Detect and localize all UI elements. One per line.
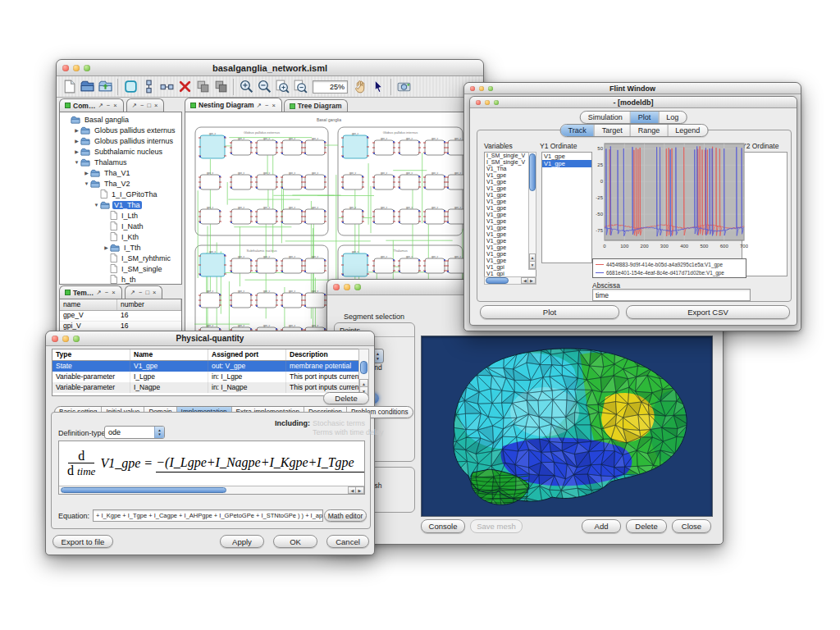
copy-layer-icon[interactable]: [194, 78, 212, 96]
flint-subtab-track[interactable]: Track: [561, 125, 595, 136]
disclosure-down-icon[interactable]: ▼: [93, 203, 100, 208]
disclosure-right-icon[interactable]: ▶: [83, 170, 90, 176]
components-mini-tab[interactable]: ↗ − □ ×: [126, 98, 165, 112]
ok-button[interactable]: OK: [273, 535, 317, 548]
tree-item-h-th[interactable]: h_th: [60, 274, 181, 285]
variables-vscrollbar[interactable]: ▲ ▼: [528, 152, 536, 270]
zoom-button[interactable]: [488, 86, 493, 91]
pq-table-row[interactable]: StateV1_gpeout: V_gpemembrane potential: [52, 361, 359, 372]
y2-ordinate-list[interactable]: [742, 152, 788, 276]
plot-canvas[interactable]: 010020030040050060070050250-25-50-75: [592, 140, 748, 257]
cursor-icon[interactable]: [369, 78, 387, 96]
tree-item-tha-v2[interactable]: ▼Tha_V2: [60, 178, 181, 189]
zoom-level-field[interactable]: 25%: [313, 80, 348, 94]
templates-tab[interactable]: Tem… ↗ − ×: [59, 285, 122, 299]
flint-tab-log[interactable]: Log: [659, 112, 686, 123]
variables-hscrollbar[interactable]: ◀ ▶: [484, 276, 536, 285]
tree-item-globus-pallidus-internus[interactable]: ▶Globus pallidus internus: [60, 135, 181, 146]
minimize-button[interactable]: [485, 100, 490, 105]
tree-item-i-sm-ryhthmic[interactable]: I_SM_ryhthmic: [60, 253, 181, 263]
math-editor-button[interactable]: Math editor: [324, 509, 367, 522]
zoom-button[interactable]: [73, 336, 80, 342]
tree-item-v1-tha[interactable]: ▼V1_Tha: [60, 199, 181, 210]
disclosure-right-icon[interactable]: ▶: [103, 244, 110, 250]
pq-titlebar[interactable]: Physical-quantity: [46, 331, 374, 346]
flint-tab-simulation[interactable]: Simulation: [581, 112, 631, 123]
panel-window-controls-mini[interactable]: ↗ − □ ×: [132, 102, 159, 109]
paste-layer-icon[interactable]: [212, 78, 230, 96]
definition-type-dropdown[interactable]: ode ▲▼: [104, 426, 165, 439]
close-button[interactable]: [470, 86, 475, 91]
zoom-out-icon[interactable]: [255, 78, 273, 96]
disclosure-right-icon[interactable]: ▶: [73, 138, 80, 144]
tree-item-thalamus[interactable]: ▼Thalamus: [60, 157, 181, 167]
module-icon[interactable]: [121, 78, 139, 96]
editor-tab-tree-diagram[interactable]: Tree Diagram: [284, 99, 348, 112]
pq-delete-button[interactable]: Delete: [323, 392, 369, 404]
diagram-module[interactable]: gpe_v: [199, 250, 226, 277]
disclosure-right-icon[interactable]: ▶: [73, 148, 80, 154]
plot-button[interactable]: Plot: [480, 305, 619, 319]
column-header[interactable]: number: [117, 299, 181, 310]
modeldb-titlebar[interactable]: - [modeldb]: [470, 97, 797, 108]
import-model-icon[interactable]: [96, 78, 114, 96]
tree-item-i-sm-single[interactable]: I_SM_single: [60, 263, 181, 274]
column-header[interactable]: Description: [286, 349, 359, 360]
main-titlebar[interactable]: basalganglia_network.isml: [57, 60, 483, 76]
zoom-in-icon[interactable]: [237, 78, 255, 96]
export-to-file-button[interactable]: Export to file: [52, 535, 113, 548]
equation-hscrollbar[interactable]: ◀ ▶: [59, 486, 364, 494]
tree-item-subthalamic-nucleus[interactable]: ▶Subthalamic nucleus: [60, 146, 181, 157]
table-row[interactable]: gpe_V16: [60, 311, 181, 322]
panel-window-controls[interactable]: ↗ − ×: [257, 102, 276, 109]
tree-item-1-i-gpitotha[interactable]: 1_I_GPitoTha: [60, 189, 181, 199]
equation-field[interactable]: + I_Kgpe + I_Tgpe + I_Cagpe + I_AHPgpe +…: [93, 509, 323, 522]
export-csv-button[interactable]: Export CSV: [626, 305, 790, 319]
minimize-button[interactable]: [62, 336, 69, 342]
tree-item-tha-v1[interactable]: ▶Tha_V1: [60, 167, 181, 178]
flint-tab-plot[interactable]: Plot: [631, 112, 660, 123]
column-header[interactable]: Name: [130, 349, 208, 360]
column-header[interactable]: Assigned port: [208, 349, 286, 360]
close-button[interactable]: Close: [672, 519, 711, 533]
tree-item-i-kth[interactable]: I_Kth: [60, 231, 181, 242]
tree-item-basal-ganglia[interactable]: Basal ganglia: [60, 114, 181, 125]
cancel-button[interactable]: Cancel: [326, 535, 369, 548]
panel-window-controls[interactable]: ↗ − ×: [96, 289, 116, 296]
templates-mini-tab[interactable]: ↗ − □ ×: [125, 285, 163, 299]
disclosure-down-icon[interactable]: ▼: [73, 160, 80, 165]
panel-window-controls-mini[interactable]: ↗ − □ ×: [130, 289, 158, 296]
console-button[interactable]: Console: [421, 519, 465, 533]
pq-table-row[interactable]: Variable-parameterI_Lgpein: I_LgpeThis p…: [52, 372, 359, 382]
minimize-button[interactable]: [344, 284, 350, 290]
brain-mesh[interactable]: [422, 336, 712, 516]
brain-3d-viewport[interactable]: [421, 336, 713, 517]
tree-item-i-nath[interactable]: I_Nath: [60, 221, 181, 231]
panel-window-controls[interactable]: ↗ − ×: [98, 102, 117, 109]
tree-item-i-tth[interactable]: ▶I_Tth: [60, 242, 181, 253]
nodes-pair-icon[interactable]: [158, 78, 176, 96]
column-header[interactable]: name: [60, 299, 117, 310]
pq-table-row[interactable]: Variable-parameterI_Nagpein: I_NagpeThis…: [52, 382, 359, 393]
snapshot-icon[interactable]: [395, 78, 413, 96]
zoom-button[interactable]: [494, 100, 499, 105]
tree-item-globus-pallidus-externus[interactable]: ▶Globus pallidus externus: [60, 125, 181, 135]
pq-table-vscrollbar[interactable]: ▲ ▼: [358, 349, 369, 396]
flint-subtab-legend[interactable]: Legend: [668, 125, 707, 136]
flint-subtab-range[interactable]: Range: [631, 125, 669, 136]
save-mesh-button[interactable]: Save mesh: [470, 519, 523, 533]
apply-button[interactable]: Apply: [220, 535, 264, 548]
y1-item[interactable]: V1_gpe: [542, 153, 591, 160]
close-button[interactable]: [476, 100, 481, 105]
close-button[interactable]: [62, 65, 69, 71]
disclosure-right-icon[interactable]: ▶: [73, 127, 80, 133]
flint-subtab-target[interactable]: Target: [595, 125, 631, 136]
close-button[interactable]: [333, 284, 340, 290]
zoom-page-out-icon[interactable]: [291, 78, 309, 96]
minimize-button[interactable]: [73, 65, 80, 71]
abscissa-field[interactable]: time: [592, 289, 751, 301]
diagram-module[interactable]: gpe_v: [199, 132, 226, 159]
components-tab[interactable]: Com… ↗ − ×: [59, 98, 124, 112]
y1-ordinate-list[interactable]: V1_gpeV1_gpe: [541, 152, 592, 263]
nodes-vertical-icon[interactable]: [139, 78, 158, 96]
